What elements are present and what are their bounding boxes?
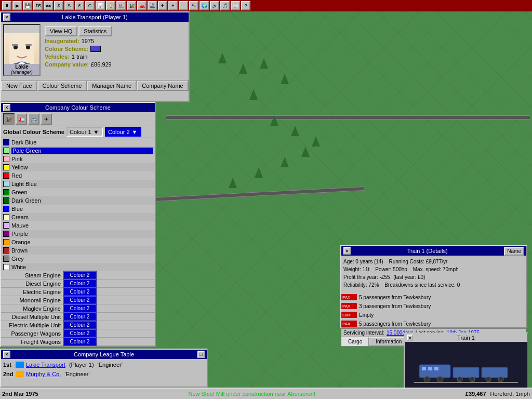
colour-item-red[interactable]: Red xyxy=(1,171,155,180)
toolbar-speed[interactable]: ▶ xyxy=(12,1,22,10)
veh-steam-colour2[interactable]: Colour 2 xyxy=(63,271,97,280)
company-link-1[interactable]: Lakie Transport xyxy=(26,362,65,368)
toolbar-pause[interactable]: ⏸ xyxy=(2,1,11,10)
rank-1: 1st xyxy=(3,362,14,368)
company-close-button[interactable]: × xyxy=(3,14,10,21)
veh-dmu-colour2[interactable]: Colour 2 xyxy=(63,312,97,321)
toolbar-music[interactable]: 🎵 xyxy=(220,1,230,10)
cargo-text-1: 3 passengers from Tewkesbury xyxy=(359,303,431,309)
toolbar-newspaper[interactable]: 📰 xyxy=(231,1,240,10)
toolbar-train[interactable]: 🚂 xyxy=(127,1,136,10)
colour-item-darkblue[interactable]: Dark Blue xyxy=(1,138,155,147)
colour-item-orange[interactable]: Orange xyxy=(1,238,155,246)
toolbar-industry[interactable]: 🏭 xyxy=(116,1,126,10)
colour-item-brown[interactable]: Brown xyxy=(1,246,155,255)
veh-icon-plane[interactable]: ✈ xyxy=(41,113,52,125)
league-close-button[interactable]: × xyxy=(3,351,10,358)
train-preview-close[interactable]: × xyxy=(407,335,413,341)
tab-manager-name[interactable]: Manager Name xyxy=(87,81,137,91)
toolbar-zoom-out[interactable]: - xyxy=(179,1,188,10)
toolbar-graph[interactable]: 📊 xyxy=(96,1,105,10)
veh-icon-bus[interactable]: 🚌 xyxy=(28,113,39,125)
colour-item-mauve[interactable]: Mauve xyxy=(1,221,155,230)
toolbar-map[interactable]: 🗺 xyxy=(33,1,43,10)
company-link-2[interactable]: Murphy & Co. xyxy=(26,371,61,377)
svg-point-15 xyxy=(486,377,491,382)
toolbar-sound[interactable]: 🔊 xyxy=(210,1,219,10)
toolbar-terraform[interactable]: ⛏ xyxy=(189,1,198,10)
toolbar-help[interactable]: ? xyxy=(241,1,250,10)
veh-diesel-colour2[interactable]: Colour 2 xyxy=(63,279,97,288)
company-titlebar: × Lakie Transport (Player 1) xyxy=(1,12,189,22)
toolbar-town[interactable]: 🏘 xyxy=(44,1,53,10)
veh-emu-colour2[interactable]: Colour 2 xyxy=(63,321,97,329)
toolbar: ⏸ ▶ 💾 🗺 🏘 $ S £ C 📊 🏆 🏭 🚂 🚗 🚢 ✈ + - ⛏ 🌍 … xyxy=(0,0,532,11)
colour-item-grey[interactable]: Grey xyxy=(1,255,155,263)
veh-pax-name: Passenger Wagons xyxy=(3,330,63,337)
colour-close-button[interactable]: × xyxy=(3,104,10,111)
status-news[interactable]: New Steel Mill under construction near A… xyxy=(43,391,461,397)
engineer-tag-1: 'Engineer' xyxy=(96,362,123,368)
veh-row-emu: Electric Multiple Unit Colour 2 xyxy=(1,321,155,329)
cargo-icon-1: PAX xyxy=(341,303,357,309)
colour-item-cream[interactable]: Cream xyxy=(1,213,155,221)
tab-company-name[interactable]: Company Name xyxy=(137,81,188,91)
tab-colour-scheme[interactable]: Colour Scheme xyxy=(37,81,87,91)
veh-row-electric: Electric Engine Colour 2 xyxy=(1,288,155,296)
swatch-lightblue xyxy=(3,181,9,187)
colour-name-green: Green xyxy=(11,189,153,195)
toolbar-league[interactable]: 🏆 xyxy=(106,1,115,10)
veh-icon-train[interactable]: 🚂 xyxy=(3,113,15,125)
colour-header: Global Colour Scheme Colour 1 ▼ Colour 2… xyxy=(1,126,155,138)
toolbar-road[interactable]: 🚗 xyxy=(137,1,147,10)
colour-item-lightblue[interactable]: Light Blue xyxy=(1,180,155,188)
veh-maglev-name: Maglev Engine xyxy=(3,305,63,312)
train-name-button[interactable]: Name xyxy=(504,247,524,256)
tab-information[interactable]: Information xyxy=(369,337,408,346)
colour-item-purple[interactable]: Purple xyxy=(1,230,155,238)
tab-cargo[interactable]: Cargo xyxy=(341,337,369,346)
statistics-button[interactable]: Statistics xyxy=(78,26,112,36)
cargo-row-2: EMP Empty xyxy=(341,311,526,319)
colour-item-pink[interactable]: Pink xyxy=(1,155,155,163)
colour-item-blue[interactable]: Blue xyxy=(1,205,155,213)
veh-electric-colour2[interactable]: Colour 2 xyxy=(63,287,97,296)
toolbar-scenario[interactable]: 🌍 xyxy=(200,1,209,10)
train-close-button[interactable]: × xyxy=(343,247,351,255)
view-hq-button[interactable]: View HQ xyxy=(45,26,77,36)
toolbar-zoom-in[interactable]: + xyxy=(168,1,178,10)
colour-name-yellow: Yellow xyxy=(11,164,153,170)
colour2-dropdown[interactable]: Colour 2 ▼ xyxy=(105,127,141,137)
colour-item-darkgreen[interactable]: Dark Green xyxy=(1,196,155,205)
toolbar-finance[interactable]: £ xyxy=(75,1,84,10)
colour-item-palegreen[interactable]: Pale Green xyxy=(1,147,155,155)
colour-name-pink: Pink xyxy=(11,156,153,162)
toolbar-ship[interactable]: 🚢 xyxy=(148,1,157,10)
veh-icon-truck[interactable]: 🚛 xyxy=(16,113,27,125)
train-age-stat: Age: 0 years (14) Running Costs: £9,877/… xyxy=(343,258,524,265)
league-titlebar: × Company League Table □ xyxy=(1,350,207,359)
manager-name: Lakie xyxy=(15,64,29,70)
veh-electric-name: Electric Engine xyxy=(3,289,63,295)
veh-pax-colour2[interactable]: Colour 2 xyxy=(63,329,97,338)
colour-name-palegreen: Pale Green xyxy=(11,148,153,154)
tab-new-face[interactable]: New Face xyxy=(1,81,37,91)
company-value: £86,929 xyxy=(91,61,112,68)
toolbar-save[interactable]: 💾 xyxy=(23,1,32,10)
colour-list: Dark Blue Pale Green Pink Yellow Red Lig… xyxy=(1,138,155,271)
colour-item-white[interactable]: White xyxy=(1,263,155,271)
veh-maglev-colour2[interactable]: Colour 2 xyxy=(63,304,97,313)
colour-item-green[interactable]: Green xyxy=(1,188,155,196)
toolbar-subsidy[interactable]: $ xyxy=(54,1,63,10)
veh-monorail-colour2[interactable]: Colour 2 xyxy=(63,296,97,304)
toolbar-company[interactable]: C xyxy=(85,1,95,10)
colour1-dropdown[interactable]: Colour 1 ▼ xyxy=(66,127,103,137)
veh-row-diesel: Diesel Engine Colour 2 xyxy=(1,280,155,288)
league-resize-button[interactable]: □ xyxy=(197,351,205,358)
toolbar-air[interactable]: ✈ xyxy=(158,1,167,10)
toolbar-station[interactable]: S xyxy=(64,1,74,10)
colour-name-cream: Cream xyxy=(11,214,153,220)
inaugurated-value: 1975 xyxy=(82,38,94,44)
veh-freight-colour2[interactable]: Colour 2 xyxy=(63,337,97,346)
colour-item-yellow[interactable]: Yellow xyxy=(1,163,155,171)
